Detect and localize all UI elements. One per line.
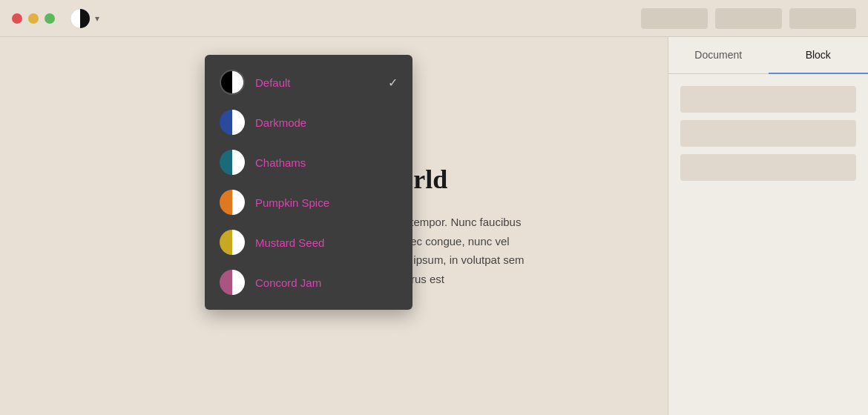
theme-item-default[interactable]: Default✓ [205,62,412,102]
theme-item-darkmode[interactable]: Darkmode [205,102,412,142]
right-sidebar: Document Block [668,37,868,415]
theme-icon-mustard-seed [220,230,245,255]
check-icon: ✓ [388,76,398,90]
dropdown-arrow-icon: ▾ [95,13,99,24]
theme-icon-default [220,70,245,95]
theme-item-mustard-seed[interactable]: Mustard Seed [205,222,412,262]
theme-item-chathams[interactable]: Chathams [205,142,412,182]
theme-icon-chathams [220,150,245,175]
theme-label-chathams: Chathams [255,156,306,169]
logo-icon [70,8,91,29]
traffic-light-red[interactable] [12,13,22,24]
sidebar-block-1 [680,86,856,113]
sidebar-block-2 [680,120,856,147]
theme-icon-concord-jam [220,270,245,295]
tab-block[interactable]: Block [769,37,869,74]
top-bar: ▾ [0,0,868,37]
theme-icon-pumpkin-spice [220,190,245,215]
logo-area[interactable]: ▾ [70,8,99,29]
top-bar-right [641,8,856,29]
theme-label-mustard-seed: Mustard Seed [255,236,324,249]
theme-label-default: Default [255,76,291,89]
theme-icon-darkmode [220,110,245,135]
theme-label-pumpkin-spice: Pumpkin Spice [255,196,329,209]
traffic-lights [12,13,55,24]
top-bar-button-3[interactable] [789,8,856,29]
theme-label-darkmode: Darkmode [255,116,306,129]
top-bar-button-1[interactable] [641,8,708,29]
traffic-light-yellow[interactable] [28,13,39,24]
sidebar-content [668,74,868,193]
tab-document[interactable]: Document [668,37,769,74]
sidebar-tabs: Document Block [668,37,868,74]
theme-item-pumpkin-spice[interactable]: Pumpkin Spice [205,182,412,222]
top-bar-button-2[interactable] [715,8,782,29]
theme-dropdown-panel: Default✓DarkmodeChathamsPumpkin SpiceMus… [205,55,412,310]
traffic-light-green[interactable] [45,13,55,24]
sidebar-block-3 [680,154,856,181]
theme-label-concord-jam: Concord Jam [255,276,321,289]
theme-item-concord-jam[interactable]: Concord Jam [205,262,412,302]
